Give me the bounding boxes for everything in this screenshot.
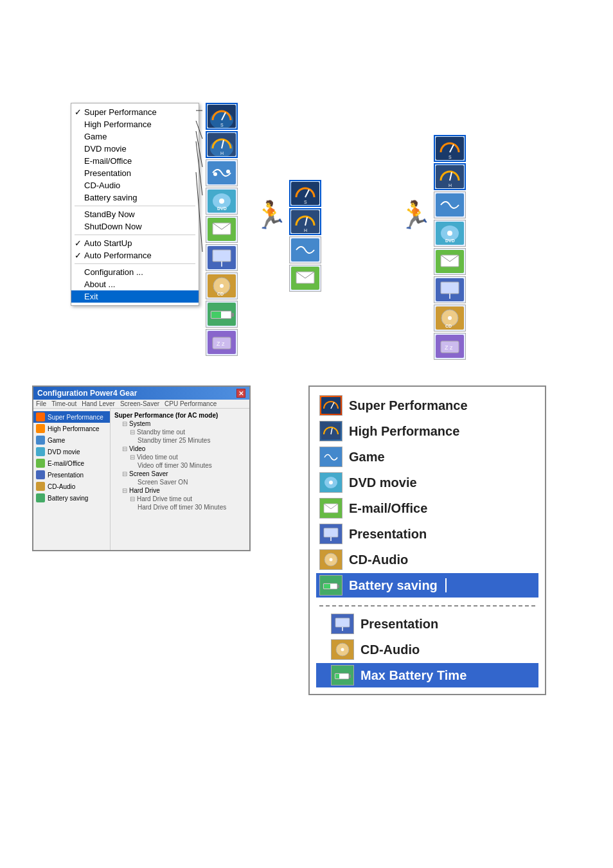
right-icon-email	[434, 248, 466, 275]
icon-dvd: DVD	[206, 188, 238, 215]
svg-point-67	[329, 481, 333, 484]
email-icon	[208, 218, 236, 241]
modes-list-main: Super Performance High Performance	[319, 393, 535, 598]
tree-item-8: Screen Saver ON	[138, 478, 245, 486]
icon-strip-left: S H	[206, 103, 238, 357]
menu-item-super-performance[interactable]: Super Performance	[71, 106, 199, 118]
mode-icon-presentation-bottom	[331, 614, 354, 634]
cursor	[445, 578, 447, 592]
config-menu-file[interactable]: File	[36, 400, 46, 407]
mode-icon-game	[319, 447, 342, 467]
menu-item-shutdown[interactable]: ShutDown Now	[71, 220, 199, 233]
menu-item-exit[interactable]: Exit	[71, 290, 199, 303]
svg-rect-29	[231, 313, 234, 317]
menu-item-high-performance[interactable]: High Performance	[71, 118, 199, 130]
icon-strip-right: S H DVD	[434, 135, 466, 361]
config-item-high[interactable]: High Performance	[33, 423, 110, 434]
config-item-dvd[interactable]: DVD movie	[33, 446, 110, 457]
mode-cd-bottom[interactable]: CD-Audio	[319, 637, 535, 662]
svg-rect-88	[349, 675, 351, 678]
menu-item-cd-audio[interactable]: CD-Audio	[71, 179, 199, 191]
config-body: Super Performance High Performance Game …	[33, 409, 249, 550]
mode-game[interactable]: Game	[319, 445, 535, 469]
menu-item-email[interactable]: E-mail/Office	[71, 155, 199, 167]
mode-icon-maxbattery	[331, 665, 354, 686]
tree-item-6: Video off timer 30 Minutes	[138, 461, 245, 470]
menu-item-game[interactable]: Game	[71, 130, 199, 143]
separator-1	[75, 206, 195, 206]
config-icon-dvd	[36, 447, 45, 456]
svg-point-25	[220, 284, 224, 288]
config-item-super[interactable]: Super Performance	[33, 411, 110, 423]
svg-point-85	[341, 648, 344, 651]
tree-item-9: ⊟Hard Drive	[122, 486, 245, 495]
svg-rect-81	[335, 618, 350, 627]
svg-rect-30	[211, 312, 221, 318]
battery-icon	[208, 303, 236, 326]
svg-text:DVD: DVD	[445, 238, 455, 243]
menu-item-standby[interactable]: StandBy Now	[71, 208, 199, 220]
modes-divider	[319, 605, 535, 607]
separator-3	[75, 263, 195, 264]
config-right-panel: Super Performance (for AC mode) ⊟System …	[111, 409, 249, 550]
svg-text:Z z: Z z	[445, 344, 453, 351]
icon-battery	[206, 301, 238, 328]
right-icon-present	[434, 276, 466, 303]
mode-high[interactable]: High Performance	[319, 419, 535, 443]
mode-battery[interactable]: Battery saving	[316, 573, 538, 598]
tree-item-11: Hard Drive off timer 30 Minutes	[138, 503, 245, 511]
menu-item-battery[interactable]: Battery saving	[71, 191, 199, 204]
mode-dvd[interactable]: DVD movie	[319, 470, 535, 495]
mode-cd[interactable]: CD-Audio	[319, 547, 535, 572]
mode-email[interactable]: E-mail/Office	[319, 496, 535, 520]
tree-item-0: Super Performance (for AC mode)	[114, 411, 245, 420]
right-icon-high: H	[434, 163, 466, 190]
close-button[interactable]: ✕	[236, 389, 245, 398]
svg-point-12	[213, 172, 217, 176]
mode-icon-battery	[319, 575, 342, 596]
mode-icon-cd	[319, 549, 342, 570]
config-menu-handlever[interactable]: Hand Lever	[82, 400, 115, 407]
menu-item-dvd[interactable]: DVD movie	[71, 143, 199, 155]
config-menu-timeout[interactable]: Time-out	[51, 400, 76, 407]
right-icon-game	[434, 191, 466, 218]
svg-point-13	[226, 170, 230, 173]
svg-text:S: S	[304, 200, 307, 204]
config-item-email[interactable]: E-mail/Office	[33, 457, 110, 469]
svg-text:S: S	[449, 155, 452, 159]
config-item-game[interactable]: Game	[33, 434, 110, 446]
config-item-cd[interactable]: CD-Audio	[33, 481, 110, 492]
config-menu-cpu[interactable]: CPU Performance	[164, 400, 217, 407]
menu-item-configuration[interactable]: Configuration ...	[71, 266, 199, 278]
mode-super[interactable]: Super Performance	[319, 393, 535, 418]
icon-presentation	[206, 244, 238, 271]
svg-rect-79	[324, 584, 330, 589]
menu-item-presentation[interactable]: Presentation	[71, 167, 199, 179]
mid-icon-game	[289, 236, 321, 263]
icon-standby: Z z	[206, 329, 238, 356]
tree-item-3: Standby timer 25 Minutes	[138, 436, 245, 445]
right-icon-super: S	[434, 135, 466, 162]
config-item-battery[interactable]: Battery saving	[33, 492, 110, 504]
right-icon-battery: Z z	[434, 333, 466, 360]
config-item-presentation[interactable]: Presentation	[33, 469, 110, 481]
svg-text:Z z: Z z	[217, 341, 225, 347]
menu-item-auto-performance[interactable]: Auto Performance	[71, 249, 199, 261]
context-menu: Super Performance High Performance Game …	[71, 103, 199, 306]
menu-item-about[interactable]: About ...	[71, 278, 199, 290]
right-icon-dvd: DVD	[434, 220, 466, 247]
svg-point-48	[447, 231, 452, 236]
mode-presentation-bottom[interactable]: Presentation	[319, 612, 535, 636]
svg-point-75	[330, 558, 333, 562]
config-menu-screensaver[interactable]: Screen-Saver	[120, 400, 159, 407]
config-title-text: Configuration Power4 Gear	[37, 389, 137, 398]
svg-text:S: S	[220, 123, 224, 127]
mid-icon-super: S	[289, 180, 321, 207]
right-icon-cd: CD	[434, 305, 466, 332]
menu-item-auto-startup[interactable]: Auto StartUp	[71, 237, 199, 249]
config-icon-presentation	[36, 470, 45, 479]
mode-presentation[interactable]: Presentation	[319, 522, 535, 546]
mode-maxbattery[interactable]: Max Battery Time	[316, 663, 538, 687]
svg-point-57	[448, 316, 452, 320]
tree-item-7: ⊟Screen Saver	[122, 470, 245, 478]
